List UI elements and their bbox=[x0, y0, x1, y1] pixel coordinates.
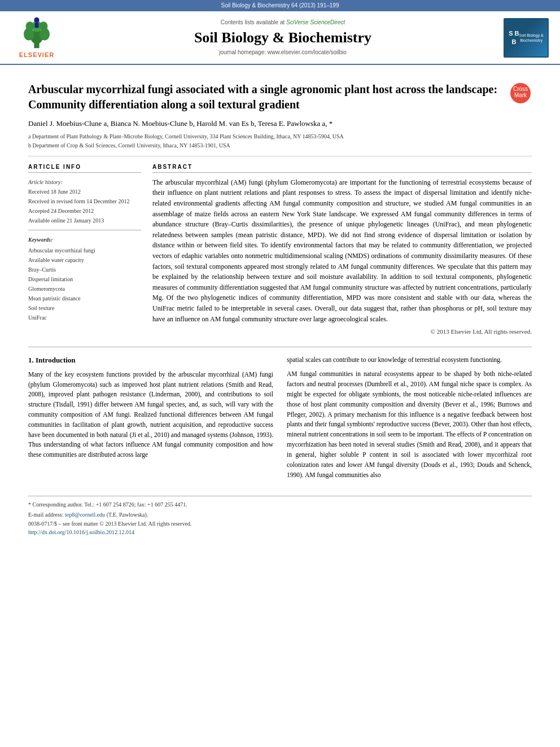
article-title-block: Arbuscular mycorrhizal fungi associated … bbox=[28, 82, 509, 150]
copyright-line: © 2013 Elsevier Ltd. All rights reserved… bbox=[152, 327, 532, 336]
affiliations: a Department of Plant Pathology & Plant–… bbox=[28, 132, 509, 150]
article-info-col: ARTICLE INFO Article history: Received 1… bbox=[28, 163, 141, 337]
article-info-abstract: ARTICLE INFO Article history: Received 1… bbox=[28, 163, 532, 337]
svg-point-5 bbox=[26, 21, 34, 31]
svg-rect-8 bbox=[34, 23, 38, 28]
body-right: spatial scales can contribute to our kno… bbox=[287, 355, 532, 485]
elsevier-wordmark: ELSEVIER bbox=[19, 51, 54, 59]
elsevier-logo: ELSEVIER bbox=[6, 16, 68, 59]
body-left: 1. Introduction Many of the key ecosyste… bbox=[28, 355, 273, 485]
email-suffix: (T.E. Pawlowska). bbox=[107, 512, 148, 518]
elsevier-tree-icon bbox=[17, 16, 56, 50]
affiliation-a: a Department of Plant Pathology & Plant–… bbox=[28, 132, 509, 141]
journal-header: ELSEVIER Contents lists available at Sci… bbox=[0, 11, 560, 65]
section-title: Introduction bbox=[36, 356, 76, 364]
email-link[interactable]: tep8@cornell.edu bbox=[65, 512, 105, 518]
journal-title: Soil Biology & Biochemistry bbox=[68, 29, 498, 46]
crossmark-container: Cross Mark bbox=[509, 82, 532, 107]
accepted-date: Accepted 24 December 2012 bbox=[28, 206, 141, 216]
section-num: 1. bbox=[28, 356, 34, 364]
keyword-item: Available water capacity bbox=[28, 255, 141, 265]
journal-logo-right: S BBSoil Biology &Biochemistry bbox=[498, 18, 554, 58]
journal-citation: Soil Biology & Biochemistry 64 (2013) 19… bbox=[221, 2, 339, 8]
sciverse-line: Contents lists available at SciVerse Sci… bbox=[68, 19, 498, 27]
crossmark-icon: Cross Mark bbox=[509, 82, 532, 104]
issn-text: 0038-0717/$ – see front matter © 2013 El… bbox=[28, 521, 191, 527]
affil-b-text: b Department of Crop & Soil Sciences, Co… bbox=[28, 141, 230, 150]
abstract-col: ABSTRACT The arbuscular mycorrhizal (AM)… bbox=[152, 163, 532, 337]
received-date: Received 18 June 2012 bbox=[28, 187, 141, 196]
sb-logo: S BBSoil Biology &Biochemistry bbox=[504, 18, 549, 58]
footer-section: * Corresponding author. Tel.: +1 607 254… bbox=[28, 496, 532, 536]
svg-point-7 bbox=[34, 18, 39, 23]
keyword-item: Mean patristic distance bbox=[28, 294, 141, 303]
intro-paragraph1: Many of the key ecosystem functions prov… bbox=[28, 370, 273, 460]
article-content: Arbuscular mycorrhizal fungi associated … bbox=[0, 65, 560, 545]
affiliation-b: b Department of Crop & Soil Sciences, Co… bbox=[28, 141, 509, 150]
keyword-item: Glomeromycota bbox=[28, 284, 141, 294]
keywords-label: Keywords: bbox=[28, 235, 141, 244]
intro-p3-text: AM fungal communities in natural ecosyst… bbox=[287, 370, 532, 478]
authors: Daniel J. Moebius-Clune a, Bianca N. Moe… bbox=[28, 119, 333, 128]
article-info-label: ARTICLE INFO bbox=[28, 163, 141, 173]
body-two-col: 1. Introduction Many of the key ecosyste… bbox=[28, 355, 532, 485]
doi-text: http://dx.doi.org/10.1016/j.soilbio.2012… bbox=[28, 529, 134, 535]
received-revised: Received in revised form 14 December 201… bbox=[28, 196, 141, 206]
history-label: Article history: bbox=[28, 177, 141, 187]
star-note-text: * Corresponding author. Tel.: +1 607 254… bbox=[28, 501, 187, 508]
svg-point-6 bbox=[40, 21, 48, 31]
top-banner: Soil Biology & Biochemistry 64 (2013) 19… bbox=[0, 0, 560, 11]
authors-line: Daniel J. Moebius-Clune a, Bianca N. Moe… bbox=[28, 118, 509, 129]
affil-a-text: a Department of Plant Pathology & Plant–… bbox=[28, 132, 344, 141]
sciverse-text: Contents lists available at bbox=[221, 19, 285, 25]
email-label: E-mail address: bbox=[28, 512, 63, 518]
article-history: Article history: Received 18 June 2012 R… bbox=[28, 177, 141, 230]
article-title: Arbuscular mycorrhizal fungi associated … bbox=[28, 82, 509, 112]
keyword-item: Bray–Curtis bbox=[28, 265, 141, 274]
keywords-section: Keywords: Arbuscular mycorrhizal fungiAv… bbox=[28, 235, 141, 322]
keyword-item: Dispersal limitation bbox=[28, 274, 141, 284]
abstract-label: ABSTRACT bbox=[152, 163, 532, 173]
email-note: E-mail address: tep8@cornell.edu (T.E. P… bbox=[28, 510, 532, 519]
journal-homepage: journal homepage: www.elsevier.com/locat… bbox=[68, 49, 498, 56]
keyword-item: Soil texture bbox=[28, 303, 141, 313]
article-title-section: Arbuscular mycorrhizal fungi associated … bbox=[28, 73, 532, 156]
svg-text:Mark: Mark bbox=[514, 92, 527, 98]
intro-p1-text: Many of the key ecosystem functions prov… bbox=[28, 371, 273, 458]
sciverse-link[interactable]: SciVerse ScienceDirect bbox=[286, 19, 345, 25]
doi-line[interactable]: http://dx.doi.org/10.1016/j.soilbio.2012… bbox=[28, 528, 532, 536]
abstract-body: The arbuscular mycorrhizal (AM) fungi (p… bbox=[152, 178, 532, 323]
intro-p2-text: spatial scales can contribute to our kno… bbox=[287, 356, 502, 363]
available-online: Available online 21 January 2013 bbox=[28, 216, 141, 225]
svg-text:Cross: Cross bbox=[513, 86, 528, 92]
keyword-item: UniFrac bbox=[28, 313, 141, 322]
keywords-list: Arbuscular mycorrhizal fungiAvailable wa… bbox=[28, 246, 141, 322]
intro-paragraph2: spatial scales can contribute to our kno… bbox=[287, 355, 532, 365]
intro-paragraph3: AM fungal communities in natural ecosyst… bbox=[287, 369, 532, 480]
journal-center-header: Contents lists available at SciVerse Sci… bbox=[68, 19, 498, 56]
issn-line: 0038-0717/$ – see front matter © 2013 El… bbox=[28, 519, 532, 528]
abstract-text: The arbuscular mycorrhizal (AM) fungi (p… bbox=[152, 177, 532, 324]
main-body: 1. Introduction Many of the key ecosyste… bbox=[28, 347, 532, 485]
intro-heading: 1. Introduction bbox=[28, 355, 273, 365]
corresponding-author-note: * Corresponding author. Tel.: +1 607 254… bbox=[28, 501, 532, 509]
keyword-item: Arbuscular mycorrhizal fungi bbox=[28, 246, 141, 255]
